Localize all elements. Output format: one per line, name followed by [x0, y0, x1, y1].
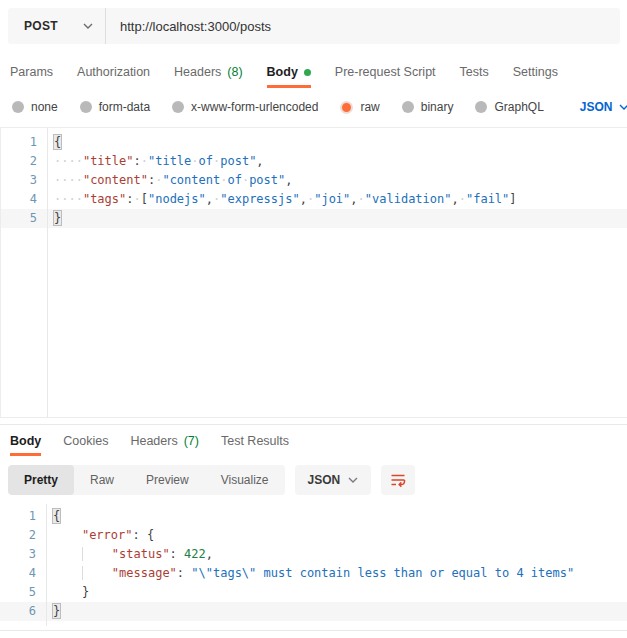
line-number: 4: [1, 190, 47, 209]
tab-authorization[interactable]: Authorization: [77, 65, 150, 88]
tab-tests[interactable]: Tests: [460, 65, 489, 88]
line-number: 3: [1, 171, 47, 190]
radio-label: binary: [421, 100, 454, 114]
code-line: 3 "status": 422,: [0, 545, 627, 564]
tab-settings[interactable]: Settings: [513, 65, 558, 88]
code-line: 4····"tags":·["nodejs",·"expressjs",·"jo…: [1, 190, 627, 209]
code-text: ····"content":·"content·of·post",: [47, 171, 292, 190]
bodytype-graphql[interactable]: GraphQL: [475, 100, 543, 114]
body-modified-dot-icon: [304, 69, 311, 76]
code-text: }: [47, 209, 61, 228]
code-line: 2 "error": {: [0, 526, 627, 545]
tab-label: Pre-request Script: [335, 65, 436, 79]
radio-icon: [402, 101, 414, 113]
tab-label: Test Results: [221, 434, 289, 448]
headers-count-badge: (8): [227, 65, 242, 79]
response-language-selector[interactable]: JSON: [295, 465, 372, 495]
code-line: 1{: [0, 507, 627, 526]
line-number: 5: [1, 209, 47, 228]
view-preview[interactable]: Preview: [130, 465, 205, 495]
tab-params[interactable]: Params: [10, 65, 53, 88]
chevron-down-icon: [619, 104, 627, 110]
tab-label: Headers: [130, 434, 177, 448]
method-label: POST: [24, 19, 58, 33]
response-tab-headers[interactable]: Headers (7): [130, 434, 199, 456]
request-language-selector[interactable]: JSON: [580, 100, 627, 114]
code-text: ····"tags":·["nodejs",·"expressjs",·"joi…: [47, 190, 517, 209]
code-text: {: [47, 133, 61, 152]
line-number: 3: [0, 545, 46, 564]
url-input[interactable]: [106, 8, 620, 44]
view-label: Preview: [146, 473, 189, 487]
request-tabs: Params Authorization Headers (8) Body Pr…: [10, 58, 627, 88]
request-url-bar: POST: [8, 8, 620, 44]
tab-body[interactable]: Body: [267, 65, 311, 88]
code-line: 3····"content":·"content·of·post",: [1, 171, 627, 190]
code-line: 5}: [1, 209, 627, 228]
line-number: 2: [1, 152, 47, 171]
code-text: "error": {: [46, 526, 154, 545]
pane-divider[interactable]: [0, 424, 627, 425]
tab-headers[interactable]: Headers (8): [174, 65, 243, 88]
wrap-lines-button[interactable]: [381, 465, 415, 495]
code-text: }: [46, 602, 60, 621]
code-line: 4 "message": "\"tags\" must contain less…: [0, 564, 627, 583]
radio-icon: [80, 101, 92, 113]
radio-icon: [172, 101, 184, 113]
tab-label: Settings: [513, 65, 558, 79]
view-label: Visualize: [221, 473, 269, 487]
tab-label: Params: [10, 65, 53, 79]
headers-count-badge: (7): [184, 434, 199, 448]
response-toolbar: Pretty Raw Preview Visualize JSON: [8, 465, 627, 495]
radio-label: raw: [360, 100, 379, 114]
bodytype-none[interactable]: none: [12, 100, 58, 114]
code-text: ····"title":·"title·of·post",: [47, 152, 264, 171]
code-line: 2····"title":·"title·of·post",: [1, 152, 627, 171]
bottom-divider: [0, 630, 627, 631]
line-number: 1: [1, 133, 47, 152]
view-label: Raw: [90, 473, 114, 487]
code-text: }: [46, 583, 89, 602]
bodytype-raw[interactable]: raw: [340, 100, 379, 114]
response-tab-cookies[interactable]: Cookies: [63, 434, 108, 456]
response-tabs: Body Cookies Headers (7) Test Results: [10, 430, 627, 456]
view-label: Pretty: [24, 473, 58, 487]
response-tab-body[interactable]: Body: [10, 434, 41, 456]
radio-label: form-data: [99, 100, 150, 114]
line-number: 1: [0, 507, 46, 526]
tab-label: Authorization: [77, 65, 150, 79]
radio-selected-icon: [340, 101, 353, 114]
line-number: 5: [0, 583, 46, 602]
language-label: JSON: [308, 473, 341, 487]
chevron-down-icon: [348, 477, 358, 483]
bodytype-form-data[interactable]: form-data: [80, 100, 150, 114]
line-number: 6: [0, 602, 46, 621]
code-text: {: [46, 507, 60, 526]
method-selector[interactable]: POST: [8, 8, 105, 44]
radio-label: GraphQL: [494, 100, 543, 114]
tab-pre-request-script[interactable]: Pre-request Script: [335, 65, 436, 88]
code-text: "message": "\"tags\" must contain less t…: [46, 564, 574, 583]
code-text: "status": 422,: [46, 545, 213, 564]
response-tab-test-results[interactable]: Test Results: [221, 434, 289, 456]
line-number: 4: [0, 564, 46, 583]
radio-label: none: [31, 100, 58, 114]
code-line: 5 }: [0, 583, 627, 602]
view-visualize[interactable]: Visualize: [205, 465, 285, 495]
request-body-editor[interactable]: 1{2····"title":·"title·of·post",3····"co…: [0, 127, 627, 418]
bodytype-x-www-form-urlencoded[interactable]: x-www-form-urlencoded: [172, 100, 318, 114]
radio-label: x-www-form-urlencoded: [191, 100, 318, 114]
radio-icon: [12, 101, 24, 113]
tab-label: Tests: [460, 65, 489, 79]
view-pretty[interactable]: Pretty: [8, 465, 74, 495]
tab-label: Body: [10, 434, 41, 448]
wrap-text-icon: [389, 471, 407, 489]
response-body-editor[interactable]: 1{2 "error": {3 "status": 422,4 "message…: [0, 504, 627, 626]
chevron-down-icon: [83, 23, 93, 29]
tab-label: Body: [267, 65, 298, 79]
view-raw[interactable]: Raw: [74, 465, 130, 495]
radio-icon: [475, 101, 487, 113]
code-line: 6}: [0, 602, 627, 621]
view-switcher: Pretty Raw Preview Visualize: [8, 465, 285, 495]
bodytype-binary[interactable]: binary: [402, 100, 454, 114]
